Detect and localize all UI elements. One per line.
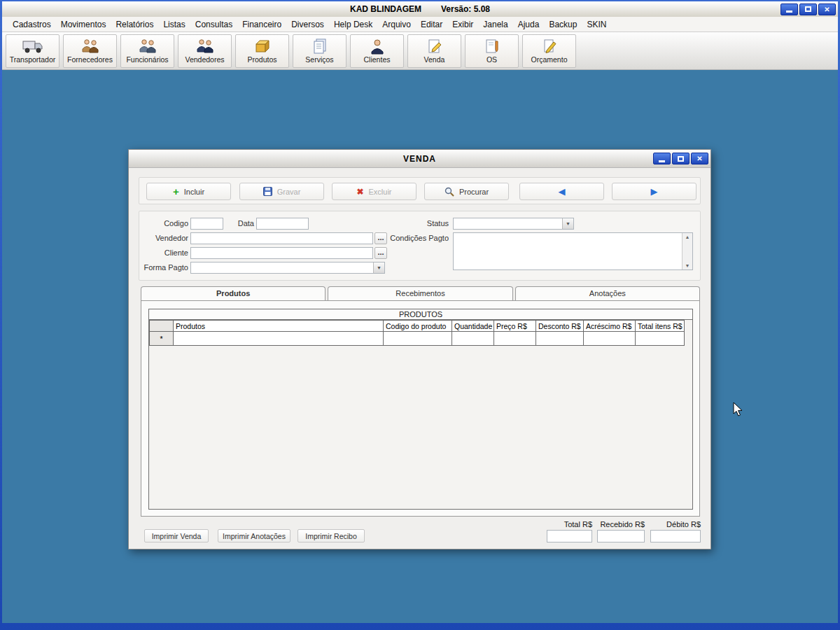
grid-cell[interactable]	[584, 332, 636, 346]
menu-item-diversos[interactable]: Diversos	[286, 20, 329, 29]
delete-x-icon: ✖	[356, 188, 363, 196]
main-toolbar: Transportador Fornecedores Funci	[2, 32, 838, 70]
venda-maximize-button[interactable]	[672, 153, 690, 164]
suppliers-people-icon	[80, 38, 100, 55]
maximize-button[interactable]	[799, 4, 817, 15]
toolbar-button-servicos[interactable]: Serviços	[293, 34, 346, 68]
app-title: KAD BLINDAGEM	[350, 4, 421, 14]
order-pencil-icon	[484, 38, 500, 55]
vendedor-label: Vendedor	[139, 234, 188, 242]
tab-recebimentos[interactable]: Recebimentos	[328, 286, 512, 301]
status-combobox[interactable]: ▼	[453, 218, 574, 230]
menu-item-arquivo[interactable]: Arquivo	[377, 20, 416, 29]
close-button[interactable]: ✕	[818, 4, 836, 15]
minimize-button[interactable]	[780, 4, 798, 15]
toolbar-button-vendedores[interactable]: Vendedores	[178, 34, 232, 68]
scroll-up-icon[interactable]: ▲	[685, 234, 690, 239]
search-icon	[444, 187, 454, 197]
grid-cell[interactable]	[536, 332, 584, 346]
next-record-button[interactable]: ▶	[612, 183, 696, 200]
venda-titlebar[interactable]: VENDA ✕	[129, 150, 710, 168]
venda-window: VENDA ✕ + Incluir	[128, 149, 711, 550]
recebido-field[interactable]	[597, 530, 645, 542]
menu-item-backup[interactable]: Backup	[544, 20, 582, 29]
imprimir-recibo-button[interactable]: Imprimir Recibo	[298, 529, 365, 542]
produtos-groupbox: PRODUTOS Produtos Codigo do produto	[148, 309, 693, 510]
cliente-lookup-button[interactable]: ...	[374, 247, 387, 259]
tab-produtos[interactable]: Produtos	[141, 286, 326, 301]
data-field[interactable]	[256, 218, 309, 230]
toolbar-button-orcamento[interactable]: Orçamento	[522, 34, 576, 68]
chevron-down-icon[interactable]: ▼	[373, 262, 384, 273]
venda-tabstrip: Produtos Recebimentos Anotações	[141, 286, 700, 301]
chevron-down-icon[interactable]: ▼	[562, 218, 573, 229]
menu-item-ajuda[interactable]: Ajuda	[513, 20, 545, 29]
menu-item-editar[interactable]: Editar	[416, 20, 447, 29]
toolbar-button-produtos[interactable]: Produtos	[235, 34, 289, 68]
menu-item-cadastros[interactable]: Cadastros	[8, 20, 56, 29]
condicoes-pagto-value	[454, 233, 682, 270]
excluir-label: Excluir	[369, 188, 392, 196]
debito-block: Débito R$	[650, 520, 701, 542]
venda-minimize-button[interactable]	[653, 153, 671, 164]
toolbar-button-venda[interactable]: Venda	[407, 34, 461, 68]
toolbar-button-os[interactable]: OS	[465, 34, 519, 68]
excluir-button[interactable]: ✖ Excluir	[332, 183, 416, 200]
grid-cell[interactable]	[452, 332, 494, 346]
menu-item-janela[interactable]: Janela	[478, 20, 512, 29]
grid-cell[interactable]	[494, 332, 536, 346]
debito-label: Débito R$	[650, 520, 701, 528]
toolbar-button-clientes[interactable]: Clientes	[350, 34, 404, 68]
grid-cell[interactable]	[384, 332, 452, 346]
box-icon	[253, 38, 272, 55]
toolbar-button-transportador[interactable]: Transportador	[6, 34, 59, 68]
menu-item-financeiro[interactable]: Financeiro	[237, 20, 286, 29]
menu-item-listas[interactable]: Listas	[158, 20, 190, 29]
previous-record-button[interactable]: ◀	[519, 183, 604, 200]
truck-icon	[22, 38, 43, 55]
menu-item-skin[interactable]: SKIN	[582, 20, 611, 29]
menu-bar: Cadastros Movimentos Relatórios Listas C…	[2, 17, 838, 32]
maximize-icon	[678, 156, 684, 162]
grid-cell[interactable]	[636, 332, 685, 346]
main-titlebar: KAD BLINDAGEMVersão: 5.08 ✕	[2, 1, 838, 17]
toolbar-button-funcionarios[interactable]: Funcionários	[120, 34, 174, 68]
forma-pagto-combobox[interactable]: ▼	[190, 262, 385, 274]
toolbar-label: OS	[486, 55, 497, 64]
menu-item-exibir[interactable]: Exibir	[447, 20, 478, 29]
close-icon: ✕	[696, 155, 702, 162]
arrow-left-icon: ◀	[559, 187, 566, 196]
plus-icon: +	[173, 186, 179, 197]
gravar-label: Gravar	[277, 188, 301, 196]
debito-field[interactable]	[650, 530, 701, 542]
menu-item-helpdesk[interactable]: Help Desk	[329, 20, 377, 29]
scroll-down-icon[interactable]: ▼	[685, 263, 690, 268]
main-window-title: KAD BLINDAGEMVersão: 5.08	[2, 4, 838, 14]
toolbar-label: Fornecedores	[67, 55, 113, 64]
cliente-field[interactable]	[190, 247, 373, 259]
menu-item-relatorios[interactable]: Relatórios	[111, 20, 158, 29]
menu-item-consultas[interactable]: Consultas	[190, 20, 237, 29]
incluir-button[interactable]: + Incluir	[146, 183, 231, 200]
tab-anotacoes[interactable]: Anotações	[515, 286, 700, 301]
imprimir-venda-button[interactable]: Imprimir Venda	[144, 529, 209, 542]
toolbar-button-fornecedores[interactable]: Fornecedores	[63, 34, 117, 68]
procurar-button[interactable]: Procurar	[424, 183, 509, 200]
memo-scrollbar[interactable]: ▲ ▼	[682, 233, 692, 270]
cliente-label: Cliente	[139, 248, 188, 257]
grid-cell[interactable]	[174, 332, 384, 346]
vendedor-field[interactable]	[190, 232, 373, 244]
menu-item-movimentos[interactable]: Movimentos	[56, 20, 111, 29]
column-header-desconto: Desconto R$	[536, 321, 584, 332]
condicoes-pagto-memo[interactable]: ▲ ▼	[453, 232, 693, 270]
quote-pencil-icon	[541, 38, 558, 55]
column-header-quantidade: Quantidade	[452, 321, 494, 332]
imprimir-anotacoes-button[interactable]: Imprimir Anotações	[218, 529, 290, 542]
grid-new-row[interactable]: *	[150, 332, 685, 346]
gravar-button[interactable]: Gravar	[239, 183, 324, 200]
recebido-block: Recebido R$	[597, 520, 645, 542]
venda-close-button[interactable]: ✕	[691, 153, 708, 164]
total-block: Total R$	[547, 520, 592, 542]
codigo-field[interactable]	[190, 218, 223, 230]
total-field[interactable]	[547, 530, 592, 542]
